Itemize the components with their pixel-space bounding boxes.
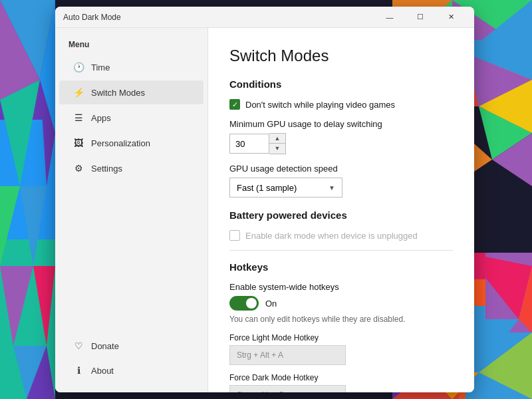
- sidebar-item-about[interactable]: ℹ About: [59, 358, 203, 382]
- force-dark-input: Strg + Alt + S: [229, 385, 346, 392]
- toggle-knob: [246, 298, 257, 309]
- window-controls: — ☐ ✕: [374, 7, 466, 28]
- sidebar-item-donate[interactable]: ♡ Donate: [59, 334, 203, 358]
- video-games-label: Don't switch while playing video games: [245, 100, 395, 110]
- hotkeys-title: Hotkeys: [229, 261, 453, 273]
- gpu-detection-value: Fast (1 sample): [237, 183, 297, 193]
- gpu-usage-spinner: ▲ ▼: [229, 133, 453, 154]
- clock-icon: 🕐: [72, 62, 84, 72]
- main-content: Switch Modes Conditions ✓ Don't switch w…: [208, 28, 474, 392]
- spinner-down-button[interactable]: ▼: [269, 144, 285, 154]
- minimize-button[interactable]: —: [374, 7, 405, 28]
- close-button[interactable]: ✕: [436, 7, 466, 28]
- chevron-down-icon: ▼: [329, 184, 335, 192]
- force-light-input: Strg + Alt + A: [229, 345, 346, 365]
- hotkeys-info-text: You can only edit hotkeys while they are…: [229, 315, 453, 324]
- personalization-icon: 🖼: [72, 138, 84, 148]
- battery-label: Enable dark mode when device is unplugge…: [245, 231, 418, 241]
- sidebar-item-label-switch-modes: Switch Modes: [91, 88, 145, 98]
- sidebar: Menu 🕐 Time ⚡ Switch Modes ☰ Apps 🖼 Pers…: [55, 28, 208, 392]
- battery-section: Battery powered devices Enable dark mode…: [229, 209, 453, 241]
- sidebar-item-label-donate: Donate: [91, 341, 119, 351]
- sidebar-item-label-about: About: [91, 366, 114, 376]
- sidebar-item-apps[interactable]: ☰ Apps: [59, 106, 203, 130]
- sidebar-item-label-personalization: Personalization: [91, 138, 150, 148]
- toggle-state-label: On: [265, 299, 277, 309]
- sidebar-item-settings[interactable]: ⚙ Settings: [59, 156, 203, 180]
- battery-title: Battery powered devices: [229, 209, 453, 221]
- switch-modes-icon: ⚡: [72, 87, 84, 98]
- donate-icon: ♡: [72, 340, 84, 351]
- gpu-usage-input[interactable]: [229, 134, 269, 154]
- hotkeys-section: Hotkeys Enable system-wide hotkeys On Yo…: [229, 261, 453, 392]
- battery-checkbox-row: Enable dark mode when device is unplugge…: [229, 230, 453, 241]
- battery-checkbox[interactable]: [229, 230, 240, 241]
- sidebar-item-time[interactable]: 🕐 Time: [59, 55, 203, 79]
- gpu-detection-label: GPU usage detection speed: [229, 164, 453, 174]
- spinner-up-button[interactable]: ▲: [269, 134, 285, 144]
- main-window: Auto Dark Mode — ☐ ✕ Menu 🕐 Time ⚡ Switc…: [55, 7, 474, 392]
- hotkeys-toggle-row: On: [229, 296, 453, 311]
- sidebar-item-label-apps: Apps: [91, 113, 111, 123]
- page-title: Switch Modes: [229, 47, 453, 65]
- window-title: Auto Dark Mode: [63, 13, 374, 22]
- about-icon: ℹ: [72, 365, 84, 376]
- gpu-detection-dropdown[interactable]: Fast (1 sample) ▼: [229, 178, 342, 198]
- window-body: Menu 🕐 Time ⚡ Switch Modes ☰ Apps 🖼 Pers…: [55, 28, 474, 392]
- force-dark-label: Force Dark Mode Hotkey: [229, 373, 453, 382]
- toggle-field-label: Enable system-wide hotkeys: [229, 282, 453, 292]
- maximize-button[interactable]: ☐: [405, 7, 436, 28]
- sidebar-item-label-settings: Settings: [91, 164, 122, 174]
- video-games-checkbox-row: ✓ Don't switch while playing video games: [229, 99, 453, 110]
- video-games-checkbox[interactable]: ✓: [229, 99, 240, 110]
- conditions-section: Conditions ✓ Don't switch while playing …: [229, 78, 453, 198]
- title-bar: Auto Dark Mode — ☐ ✕: [55, 7, 474, 28]
- hotkeys-toggle[interactable]: [229, 296, 259, 311]
- apps-icon: ☰: [72, 112, 84, 123]
- conditions-title: Conditions: [229, 78, 453, 90]
- force-light-label: Force Light Mode Hotkey: [229, 333, 453, 342]
- sidebar-item-switch-modes[interactable]: ⚡ Switch Modes: [59, 80, 203, 104]
- sidebar-item-label-time: Time: [91, 63, 110, 72]
- spinner-buttons: ▲ ▼: [269, 133, 286, 154]
- sidebar-menu-label: Menu: [55, 35, 207, 55]
- sidebar-item-personalization[interactable]: 🖼 Personalization: [59, 131, 203, 155]
- settings-icon: ⚙: [72, 163, 84, 174]
- section-divider: [229, 250, 453, 251]
- gpu-usage-label: Minimum GPU usage to delay switching: [229, 119, 453, 129]
